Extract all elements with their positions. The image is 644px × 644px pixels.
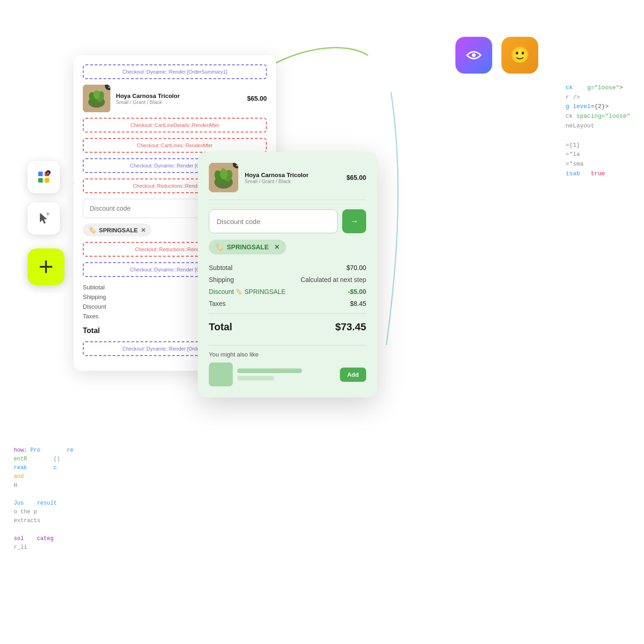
total-value: $73.45 xyxy=(335,321,366,333)
grid-tool[interactable]: + xyxy=(28,161,60,193)
shipping-label: Shipping xyxy=(209,276,234,283)
builder-product-image: 1 xyxy=(83,85,110,112)
discount-value: -$5.00 xyxy=(348,288,366,295)
builder-product-name: Hoya Carnosa Tricolor xyxy=(116,92,242,99)
bg-code-bottom-left: how: Pro re entR () reak c and H Jus res… xyxy=(14,437,74,552)
taxes-label: Taxes xyxy=(209,300,226,307)
upsell-item: Add xyxy=(209,362,366,386)
front-product-row: 1 Hoya Carnosa Tricolor Small / Grant / … xyxy=(209,163,366,200)
discount-code-display: SPRINGSALE xyxy=(244,288,285,295)
cursor-tool[interactable] xyxy=(28,202,60,235)
front-apply-button[interactable]: → xyxy=(342,209,366,233)
front-discount-input[interactable] xyxy=(209,209,338,233)
front-product-image: 1 xyxy=(209,163,238,192)
builder-product-info: Hoya Carnosa Tricolor Small / Grant / Bl… xyxy=(116,92,242,105)
builder-product-variant: Small / Grant / Black xyxy=(116,99,242,105)
plus-tool[interactable] xyxy=(28,248,64,285)
front-product-price: $65.00 xyxy=(346,174,366,181)
front-discount-input-row: → xyxy=(209,209,366,233)
upsell-label: You might also like xyxy=(209,351,366,358)
svg-rect-3 xyxy=(38,178,43,183)
front-product-info: Hoya Carnosa Tricolor Small / Grant / Bl… xyxy=(245,172,340,184)
svg-point-0 xyxy=(472,53,476,57)
front-product-variant: Small / Grant / Black xyxy=(245,178,340,184)
builder-product-row: 1 Hoya Carnosa Tricolor Small / Grant / … xyxy=(83,85,267,112)
checkout-front-card: 1 Hoya Carnosa Tricolor Small / Grant / … xyxy=(198,152,377,397)
subtotal-value: $70.00 xyxy=(346,264,366,271)
upsell-product-image xyxy=(209,362,233,386)
front-discount-badge: 🏷️ SPRINGSALE ✕ xyxy=(209,240,286,254)
left-tools-panel: + xyxy=(28,161,64,285)
builder-product-price: $65.00 xyxy=(247,95,267,102)
total-label: Total xyxy=(209,321,232,333)
front-total-row: Total $73.45 xyxy=(209,313,366,339)
front-product-name: Hoya Carnosa Tricolor xyxy=(245,172,340,178)
render-box-1: Checkout::Dynamic::Render [OrderSummary1… xyxy=(83,64,267,79)
builder-discount-badge: 🏷️ SPRINGSALE ✕ xyxy=(83,224,151,236)
front-remove-discount[interactable]: ✕ xyxy=(274,243,280,251)
shipping-value: Calculated at next step xyxy=(301,276,366,283)
upsell-section: You might also like Add xyxy=(209,345,366,386)
upsell-product-info xyxy=(237,368,335,380)
taxes-value: $8.45 xyxy=(350,300,366,307)
smile-app-icon: 🙂 xyxy=(501,37,538,74)
front-order-summary: Subtotal $70.00 Shipping Calculated at n… xyxy=(209,262,366,310)
svg-text:+: + xyxy=(47,171,49,175)
svg-rect-4 xyxy=(45,178,49,183)
render-box-cart-line: Checkout::CartLineDetails::RenderAfter xyxy=(83,118,267,132)
builder-remove-discount: ✕ xyxy=(141,227,146,234)
discount-label: Discount xyxy=(209,288,234,295)
upsell-product-price-placeholder xyxy=(237,376,274,380)
render-box-cart-lines: Checkout::CartLines::RenderAfter xyxy=(83,138,267,153)
bg-code-right: ck g="loose"> r /> g level={2}> ck spaci… xyxy=(566,74,630,179)
upsell-add-button[interactable]: Add xyxy=(340,368,366,382)
app-icons-container: 🙂 xyxy=(455,37,538,74)
upsell-product-name-placeholder xyxy=(237,368,302,373)
svg-rect-1 xyxy=(38,172,43,176)
subtotal-label: Subtotal xyxy=(209,264,232,271)
relay-app-icon xyxy=(455,37,492,74)
